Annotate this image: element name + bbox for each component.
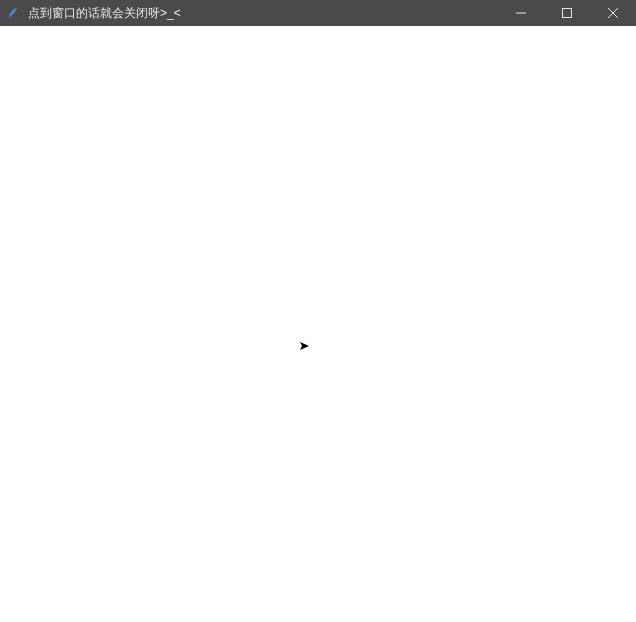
close-button[interactable]: [590, 0, 636, 26]
canvas-area[interactable]: [0, 26, 636, 622]
maximize-button[interactable]: [544, 0, 590, 26]
titlebar: 点到窗口的话就会关闭呀>_<: [0, 0, 636, 26]
svg-marker-5: [300, 342, 309, 350]
window-title: 点到窗口的话就会关闭呀>_<: [28, 5, 181, 22]
feather-icon: [6, 5, 22, 21]
minimize-icon: [516, 8, 526, 18]
svg-rect-2: [563, 9, 572, 18]
window-controls: [498, 0, 636, 26]
close-icon: [608, 8, 618, 18]
turtle-cursor: [300, 337, 310, 347]
maximize-icon: [562, 8, 572, 18]
minimize-button[interactable]: [498, 0, 544, 26]
